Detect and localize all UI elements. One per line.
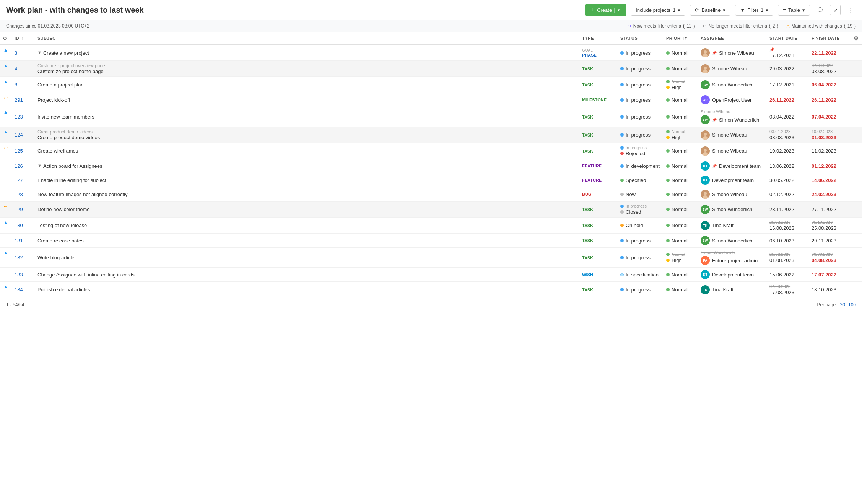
id-link[interactable]: 4 xyxy=(15,66,17,72)
row-indicator-cell: ▲ xyxy=(0,61,11,71)
priority-text: Normal xyxy=(672,163,688,169)
row-indicator-cell xyxy=(0,187,11,192)
subject-text: Create product demo videos xyxy=(37,135,100,140)
row-settings-cell xyxy=(851,143,862,159)
id-link[interactable]: 131 xyxy=(15,238,23,244)
filter-icon: ▼ xyxy=(740,7,745,13)
row-subject-cell: Enable inline editing for subject xyxy=(34,173,579,187)
type-badge: TASK xyxy=(582,223,614,228)
priority-dot xyxy=(666,51,670,55)
id-link[interactable]: 128 xyxy=(15,192,23,197)
collapse-icon[interactable]: ▼ xyxy=(37,50,42,55)
status-dot xyxy=(620,67,624,70)
status-text: On hold xyxy=(626,223,643,228)
row-subject-cell: Change Assignee with inline editing in c… xyxy=(34,268,579,282)
th-subject: SUBJECT xyxy=(34,32,579,45)
id-link[interactable]: 124 xyxy=(15,132,23,138)
id-link[interactable]: 123 xyxy=(15,114,23,120)
row-id-cell[interactable]: 129 xyxy=(11,202,34,218)
type-sub-label: GOAL xyxy=(582,48,614,52)
row-subject-cell: Define new color theme xyxy=(34,202,579,218)
type-badge: FEATURE xyxy=(582,163,614,169)
row-subject-cell: New feature images not aligned correctly xyxy=(34,187,579,202)
filter-button[interactable]: ▼ Filter 1 ▾ xyxy=(735,5,773,16)
priority-dot xyxy=(666,86,670,89)
baseline-button[interactable]: ⟳ Baseline ▾ xyxy=(690,5,730,16)
indicator-up-icon: ▲ xyxy=(3,250,8,255)
id-link[interactable]: 3 xyxy=(15,50,17,56)
row-status-cell: In progress xyxy=(617,282,663,298)
row-start-date-cell: 29.03.2022 xyxy=(766,61,808,77)
row-id-cell[interactable]: 128 xyxy=(11,187,34,202)
priority-dot xyxy=(666,259,670,262)
id-link[interactable]: 125 xyxy=(15,148,23,154)
th-settings[interactable]: ⚙ xyxy=(851,32,862,45)
row-indicator-cell: ▲ xyxy=(0,248,11,258)
row-id-cell[interactable]: 127 xyxy=(11,173,34,187)
row-id-cell[interactable]: 130 xyxy=(11,218,34,234)
avatar: SW xyxy=(701,236,710,245)
row-priority-cell: NormalHigh xyxy=(663,77,698,93)
id-link[interactable]: 133 xyxy=(15,272,23,278)
th-status-label: STATUS xyxy=(620,36,638,41)
priority-text: Normal xyxy=(672,148,688,154)
type-badge: BUG xyxy=(582,192,614,197)
per-page-100[interactable]: 100 xyxy=(848,302,856,307)
indicator-back-icon: ↩ xyxy=(4,204,8,209)
row-subject-cell: Create release notes xyxy=(34,234,579,248)
id-link[interactable]: 130 xyxy=(15,223,23,228)
finish-date-text: 14.06.2022 xyxy=(812,177,847,183)
id-link[interactable]: 8 xyxy=(15,82,17,88)
table-button[interactable]: ≡ Table ▾ xyxy=(778,5,810,16)
priority-text: Normal xyxy=(672,192,688,197)
start-date-old: 25.02.2023 xyxy=(769,220,805,224)
include-projects-button[interactable]: Include projects 1 ▾ xyxy=(631,5,685,16)
row-id-cell[interactable]: 123 xyxy=(11,107,34,127)
status-old-text: In progress xyxy=(626,204,647,208)
per-page-20[interactable]: 20 xyxy=(840,302,845,307)
status-text: Closed xyxy=(626,209,641,215)
row-finish-date-cell: 17.07.2022 xyxy=(808,268,851,282)
status-text: In development xyxy=(626,163,660,169)
row-assignee-cell: DT📌Development team xyxy=(698,159,766,173)
row-id-cell[interactable]: 132 xyxy=(11,248,34,268)
row-id-cell[interactable]: 4 xyxy=(11,61,34,77)
row-id-cell[interactable]: 133 xyxy=(11,268,34,282)
maintained-changes-item: △ Maintained with changes (19) xyxy=(786,23,856,29)
settings-gear-icon[interactable]: ⚙ xyxy=(854,35,859,41)
id-link[interactable]: 134 xyxy=(15,287,23,293)
row-subject-cell: ▼Action board for Assignees xyxy=(34,159,579,173)
row-id-cell[interactable]: 124 xyxy=(11,127,34,143)
maintained-icon: △ xyxy=(786,23,790,29)
id-link[interactable]: 132 xyxy=(15,255,23,260)
expand-button[interactable]: ⤢ xyxy=(830,5,841,15)
status-text: Rejected xyxy=(626,151,645,156)
row-settings-cell xyxy=(851,268,862,282)
row-id-cell[interactable]: 125 xyxy=(11,143,34,159)
row-id-cell[interactable]: 126 xyxy=(11,159,34,173)
id-link[interactable]: 126 xyxy=(15,163,23,169)
type-badge: TASK xyxy=(582,132,614,138)
row-finish-date-cell: 06.08.202304.08.2023 xyxy=(808,248,851,268)
type-badge: TASK xyxy=(582,238,614,243)
row-id-cell[interactable]: 3 xyxy=(11,45,34,61)
id-link[interactable]: 291 xyxy=(15,97,23,103)
info-button[interactable]: ⓘ xyxy=(815,5,825,15)
row-id-cell[interactable]: 134 xyxy=(11,282,34,298)
id-link[interactable]: 127 xyxy=(15,177,23,183)
status-dot xyxy=(620,164,624,168)
row-id-cell[interactable]: 8 xyxy=(11,77,34,93)
row-status-cell: In development xyxy=(617,159,663,173)
finish-date-text: 29.11.2023 xyxy=(812,238,847,244)
row-id-cell[interactable]: 131 xyxy=(11,234,34,248)
more-button[interactable]: ⋮ xyxy=(845,5,856,15)
th-start-date: START DATE xyxy=(766,32,808,45)
row-id-cell[interactable]: 291 xyxy=(11,93,34,107)
type-badge: WISH xyxy=(582,272,614,277)
priority-text: Normal xyxy=(672,272,688,278)
collapse-icon[interactable]: ▼ xyxy=(37,163,42,168)
id-link[interactable]: 129 xyxy=(15,206,23,212)
th-id[interactable]: ID ↑ xyxy=(11,32,34,45)
th-type-label: TYPE xyxy=(582,36,594,41)
create-button[interactable]: + Create ▾ xyxy=(585,4,626,16)
